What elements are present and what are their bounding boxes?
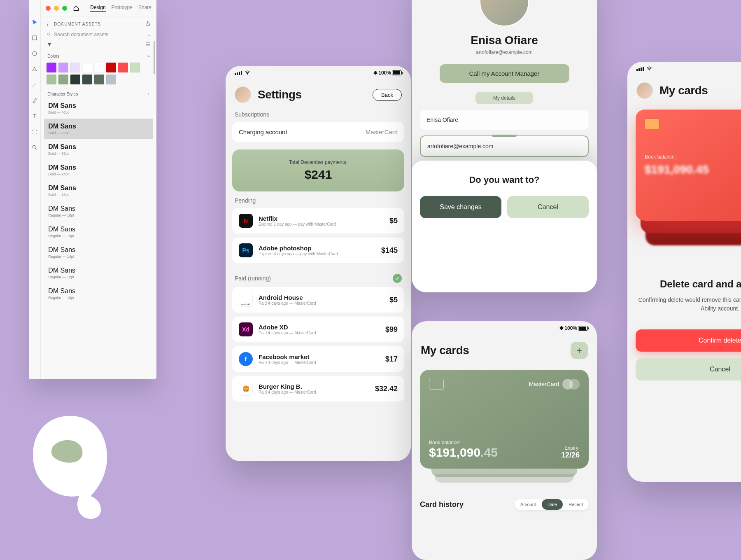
artboard-tool-icon[interactable]	[30, 128, 39, 136]
color-swatch[interactable]	[58, 63, 68, 72]
polygon-tool-icon[interactable]	[30, 65, 39, 73]
card-chip-icon	[429, 379, 444, 390]
back-button[interactable]: Back	[373, 89, 402, 101]
confirm-delete-button[interactable]: Confirm delete	[636, 329, 741, 352]
char-style-item[interactable]: DM SansRegular — 14pt	[44, 242, 153, 263]
char-style-item[interactable]: DM SansBold — 18pt	[44, 180, 153, 201]
colors-header[interactable]: Colors +	[41, 52, 156, 60]
filter-icon[interactable]: ▼	[47, 41, 52, 47]
battery-percent: 100%	[378, 70, 391, 76]
color-swatch[interactable]	[94, 75, 104, 84]
maximize-window-icon[interactable]	[62, 6, 67, 11]
color-swatch[interactable]	[82, 63, 92, 72]
seg-option[interactable]: Date	[542, 499, 563, 510]
screen-delete-card: My cards MasterCard Book balance: $191,0…	[627, 62, 741, 482]
email-field[interactable]: artofofiare@example.com	[420, 135, 589, 157]
xd-panel: Design Prototype Share ‹ DOCUMENT ASSETS…	[29, 0, 156, 379]
charstyles-header[interactable]: Character Styles +	[41, 90, 156, 98]
char-style-item[interactable]: DM SansBold — 32pt	[44, 119, 153, 139]
charging-account-row[interactable]: Charging account MasterCard	[232, 122, 404, 142]
assets-filter-bar: ▼ ☰	[47, 41, 151, 47]
xd-tabs: Design Prototype Share	[90, 5, 151, 12]
color-swatch[interactable]	[106, 63, 116, 72]
total-payments-card: Total December payments: $241	[232, 149, 404, 191]
char-style-item[interactable]: DM SansBold — 24pt	[44, 160, 153, 180]
list-view-icon[interactable]: ☰	[145, 41, 151, 47]
card-brand: MasterCard	[529, 381, 559, 387]
add-color-icon[interactable]: +	[147, 54, 150, 58]
char-style-item[interactable]: DM SansRegular — 10pt	[44, 283, 153, 304]
app-icon: f	[239, 352, 253, 366]
zoom-tool-icon[interactable]	[30, 143, 39, 152]
subscription-row[interactable]: 🍔Burger King B.Paid 4 days ago — MasterC…	[232, 376, 404, 401]
charging-label: Charging account	[239, 128, 287, 135]
color-swatch[interactable]	[47, 75, 56, 84]
screen-settings: ✱ 100% Settings Back Subscriptions Charg…	[226, 66, 411, 461]
ellipse-tool-icon[interactable]	[30, 49, 39, 58]
subscription-row[interactable]: NNetflixExpired 1 day ago — pay with Mas…	[232, 208, 404, 233]
avatar-large[interactable]	[480, 0, 529, 26]
char-style-item[interactable]: DM SansRegular — 18pt	[44, 201, 153, 222]
tab-design[interactable]: Design	[90, 5, 105, 12]
credit-card[interactable]: MasterCard Book balance: $191,090.45 Exp…	[420, 370, 589, 469]
minimize-window-icon[interactable]	[54, 6, 59, 11]
subscription-row[interactable]: androidAndroid HousePaid 4 days ago — Ma…	[232, 287, 404, 313]
credit-card-red[interactable]: MasterCard Book balance: $191,090.45	[636, 110, 741, 221]
app-icon: Ps	[239, 243, 253, 257]
char-style-item[interactable]: DM SansBold — 40pt	[44, 98, 153, 119]
text-tool-icon[interactable]	[30, 112, 39, 120]
assets-back-icon[interactable]: ‹	[47, 21, 49, 28]
color-swatch[interactable]	[82, 75, 92, 84]
add-charstyle-icon[interactable]: +	[147, 92, 150, 96]
tab-share[interactable]: Share	[138, 5, 151, 12]
seg-option[interactable]: Recent	[563, 499, 589, 510]
svg-point-1	[33, 51, 37, 56]
color-swatch[interactable]	[106, 75, 116, 84]
add-card-button[interactable]: ＋	[571, 342, 588, 359]
rect-tool-icon[interactable]	[30, 34, 39, 42]
assets-title: DOCUMENT ASSETS	[54, 22, 101, 26]
subscriptions-label: Subscriptions	[226, 105, 411, 122]
color-swatch[interactable]	[70, 63, 80, 72]
call-manager-button[interactable]: Call my Account Manager	[440, 64, 569, 83]
export-icon[interactable]	[145, 21, 151, 28]
char-style-item[interactable]: DM SansBold — 32pt	[44, 139, 153, 160]
assets-search[interactable]: Search document assets ⌄	[47, 32, 151, 37]
svg-point-2	[33, 145, 35, 148]
color-swatch[interactable]	[94, 63, 104, 72]
home-icon[interactable]	[73, 5, 79, 12]
tab-my-details[interactable]: My details	[475, 92, 533, 104]
card-chip-icon	[645, 119, 659, 129]
color-swatch[interactable]	[58, 75, 68, 84]
pen-tool-icon[interactable]	[30, 96, 39, 105]
seg-option[interactable]: Amount	[515, 499, 542, 510]
mastercard-icon	[562, 379, 580, 390]
paid-check-icon: ✓	[393, 274, 402, 283]
subscription-row[interactable]: fFacebook marketPaid 4 days ago — Master…	[232, 346, 404, 372]
name-field[interactable]: Enisa Ofiare	[420, 110, 589, 130]
char-style-item[interactable]: DM SansRegular — 16pt	[44, 222, 153, 242]
color-swatch[interactable]	[130, 63, 140, 72]
svg-point-3	[47, 33, 50, 35]
tab-prototype[interactable]: Prototype	[112, 5, 133, 12]
scrollbar-thumb[interactable]	[154, 41, 155, 74]
history-segment[interactable]: AmountDateRecent	[515, 499, 589, 510]
close-window-icon[interactable]	[46, 6, 51, 11]
subscription-row[interactable]: PsAdobe photoshopExpired 4 days ago — pa…	[232, 238, 404, 263]
avatar[interactable]	[235, 86, 251, 103]
select-tool-icon[interactable]	[30, 18, 39, 26]
color-swatch[interactable]	[118, 63, 128, 72]
profile-email: artofofiare@example.com	[412, 49, 597, 55]
chevron-down-icon[interactable]: ⌄	[147, 33, 151, 37]
assets-header: ‹ DOCUMENT ASSETS	[41, 16, 156, 32]
cancel-button[interactable]: Cancel	[636, 358, 741, 380]
save-button[interactable]: Save changes	[420, 196, 501, 218]
char-style-item[interactable]: DM SansRegular — 12pt	[44, 263, 153, 283]
subscription-row[interactable]: XdAdobe XDPaid 4 days ago — MasterCard$9…	[232, 317, 404, 342]
signal-icon	[636, 67, 644, 71]
line-tool-icon[interactable]	[30, 81, 39, 89]
cancel-button[interactable]: Cancel	[507, 196, 589, 218]
color-swatch[interactable]	[47, 63, 56, 72]
avatar[interactable]	[636, 82, 653, 99]
color-swatch[interactable]	[70, 75, 80, 84]
